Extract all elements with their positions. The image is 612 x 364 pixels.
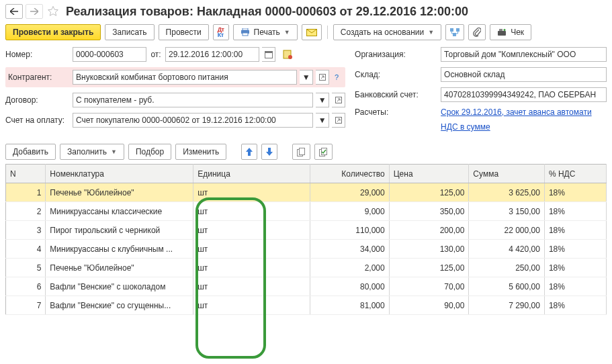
dt-kt-button[interactable]: ДтКт bbox=[213, 24, 229, 40]
add-row-button[interactable]: Добавить bbox=[5, 144, 56, 160]
attach-button[interactable] bbox=[468, 24, 486, 40]
cell-unit[interactable]: шт bbox=[193, 259, 310, 277]
cell-vat[interactable]: 18% bbox=[544, 296, 606, 315]
cell-name[interactable]: Вафли "Венские" со сгущенны... bbox=[46, 296, 193, 315]
col-header-n[interactable]: N bbox=[6, 165, 46, 183]
cell-price[interactable]: 70,00 bbox=[389, 277, 469, 296]
cell-name[interactable]: Пирог тирольский с черникой bbox=[46, 221, 193, 240]
cell-sum[interactable]: 4 420,00 bbox=[469, 240, 545, 259]
select-button[interactable]: Подбор bbox=[128, 144, 171, 160]
nav-back-button[interactable] bbox=[5, 4, 23, 19]
print-button[interactable]: Печать ▼ bbox=[233, 24, 298, 40]
cell-vat[interactable]: 18% bbox=[544, 277, 606, 296]
cell-price[interactable]: 200,00 bbox=[389, 221, 469, 240]
cell-qty[interactable]: 34,000 bbox=[310, 240, 390, 259]
number-field[interactable]: 0000-000603 bbox=[73, 47, 146, 62]
email-button[interactable] bbox=[302, 24, 322, 40]
table-row[interactable]: 4Миникруассаны с клубничным ...шт34,0001… bbox=[6, 240, 607, 259]
cell-vat[interactable]: 18% bbox=[544, 183, 606, 202]
cell-price[interactable]: 350,00 bbox=[389, 202, 469, 221]
invoice-open-button[interactable] bbox=[332, 113, 345, 128]
cell-n[interactable]: 4 bbox=[6, 240, 46, 259]
date-picker-button[interactable] bbox=[262, 47, 275, 62]
col-header-vat[interactable]: % НДС bbox=[544, 165, 606, 183]
table-row[interactable]: 2Миникруассаны классическиешт9,000350,00… bbox=[6, 202, 607, 221]
table-row[interactable]: 6Вафли "Венские" с шоколадомшт80,00070,0… bbox=[6, 277, 607, 296]
col-header-qty[interactable]: Количество bbox=[310, 165, 390, 183]
cell-unit[interactable]: шт bbox=[193, 296, 310, 315]
org-field[interactable]: Торговый дом "Комплексный" ООО bbox=[441, 47, 607, 62]
cell-sum[interactable]: 250,00 bbox=[469, 259, 545, 277]
cell-price[interactable]: 90,00 bbox=[389, 296, 469, 315]
cell-qty[interactable]: 29,000 bbox=[310, 183, 390, 202]
contractor-field[interactable]: Внуковский комбинат бортового питания bbox=[73, 70, 297, 85]
copy-button[interactable] bbox=[292, 144, 310, 160]
invoice-dropdown-button[interactable]: ▼ bbox=[316, 113, 329, 128]
cell-name[interactable]: Печенье "Юбилейное" bbox=[46, 259, 193, 277]
change-button[interactable]: Изменить bbox=[175, 144, 226, 160]
cell-sum[interactable]: 22 000,00 bbox=[469, 221, 545, 240]
check-button[interactable]: Чек bbox=[490, 24, 531, 40]
cell-n[interactable]: 6 bbox=[6, 277, 46, 296]
cell-qty[interactable]: 9,000 bbox=[310, 202, 390, 221]
cell-qty[interactable]: 80,000 bbox=[310, 277, 390, 296]
cell-n[interactable]: 1 bbox=[6, 183, 46, 202]
cell-vat[interactable]: 18% bbox=[544, 240, 606, 259]
cell-n[interactable]: 7 bbox=[6, 296, 46, 315]
table-row[interactable]: 7Вафли "Венские" со сгущенны...шт81,0009… bbox=[6, 296, 607, 315]
cell-unit[interactable]: шт bbox=[193, 277, 310, 296]
contractor-open-button[interactable] bbox=[316, 70, 329, 85]
cell-qty[interactable]: 81,000 bbox=[310, 296, 390, 315]
post-and-close-button[interactable]: Провести и закрыть bbox=[5, 24, 101, 40]
post-button[interactable]: Провести bbox=[159, 24, 209, 40]
cell-qty[interactable]: 2,000 bbox=[310, 259, 390, 277]
cell-sum[interactable]: 7 290,00 bbox=[469, 296, 545, 315]
table-row[interactable]: 3Пирог тирольский с черникойшт110,000200… bbox=[6, 221, 607, 240]
table-row[interactable]: 5Печенье "Юбилейное"шт2,000125,00250,001… bbox=[6, 259, 607, 277]
cell-name[interactable]: Вафли "Венские" с шоколадом bbox=[46, 277, 193, 296]
cell-name[interactable]: Миникруассаны классические bbox=[46, 202, 193, 221]
col-header-price[interactable]: Цена bbox=[389, 165, 469, 183]
vat-in-sum-link[interactable]: НДС в сумме bbox=[441, 122, 490, 132]
cell-n[interactable]: 3 bbox=[6, 221, 46, 240]
invoice-field[interactable]: Счет покупателю 0000-000602 от 19.12.201… bbox=[73, 113, 313, 128]
cell-sum[interactable]: 3 150,00 bbox=[469, 202, 545, 221]
table-row[interactable]: 1Печенье "Юбилейное"шт29,000125,003 625,… bbox=[6, 183, 607, 202]
warehouse-field[interactable]: Основной склад bbox=[441, 67, 607, 82]
contract-open-button[interactable] bbox=[332, 93, 345, 107]
cell-vat[interactable]: 18% bbox=[544, 221, 606, 240]
cell-sum[interactable]: 5 600,00 bbox=[469, 277, 545, 296]
move-up-button[interactable] bbox=[241, 144, 257, 160]
write-button[interactable]: Записать bbox=[105, 24, 154, 40]
cell-qty[interactable]: 110,000 bbox=[310, 221, 390, 240]
col-header-unit[interactable]: Единица bbox=[193, 165, 310, 183]
cell-unit[interactable]: шт bbox=[193, 183, 310, 202]
items-table[interactable]: N Номенклатура Единица Количество Цена С… bbox=[5, 164, 607, 315]
cell-sum[interactable]: 3 625,00 bbox=[469, 183, 545, 202]
contractor-dropdown-button[interactable]: ▼ bbox=[300, 70, 313, 85]
cell-unit[interactable]: шт bbox=[193, 240, 310, 259]
date-field[interactable]: 29.12.2016 12:00:00 bbox=[165, 47, 259, 62]
cell-vat[interactable]: 18% bbox=[544, 202, 606, 221]
cell-n[interactable]: 2 bbox=[6, 202, 46, 221]
cell-vat[interactable]: 18% bbox=[544, 259, 606, 277]
cell-price[interactable]: 125,00 bbox=[389, 259, 469, 277]
cell-name[interactable]: Миникруассаны с клубничным ... bbox=[46, 240, 193, 259]
create-based-on-button[interactable]: Создать на основании ▼ bbox=[333, 24, 441, 40]
cell-price[interactable]: 125,00 bbox=[389, 183, 469, 202]
contractor-help-button[interactable]: ? bbox=[332, 73, 341, 82]
cell-unit[interactable]: шт bbox=[193, 221, 310, 240]
settlements-link[interactable]: Срок 29.12.2016, зачет аванса автомати bbox=[441, 107, 592, 117]
cell-price[interactable]: 130,00 bbox=[389, 240, 469, 259]
favorite-star-icon[interactable] bbox=[46, 4, 60, 19]
move-down-button[interactable] bbox=[261, 144, 277, 160]
structure-button[interactable] bbox=[445, 24, 464, 40]
paste-button[interactable] bbox=[314, 144, 333, 160]
fill-button[interactable]: Заполнить ▼ bbox=[60, 144, 124, 160]
contract-field[interactable]: С покупателем - руб. bbox=[73, 93, 313, 107]
cell-n[interactable]: 5 bbox=[6, 259, 46, 277]
cell-name[interactable]: Печенье "Юбилейное" bbox=[46, 183, 193, 202]
col-header-sum[interactable]: Сумма bbox=[469, 165, 545, 183]
col-header-nomenclature[interactable]: Номенклатура bbox=[46, 165, 193, 183]
extra-doc-icon[interactable] bbox=[282, 50, 293, 59]
